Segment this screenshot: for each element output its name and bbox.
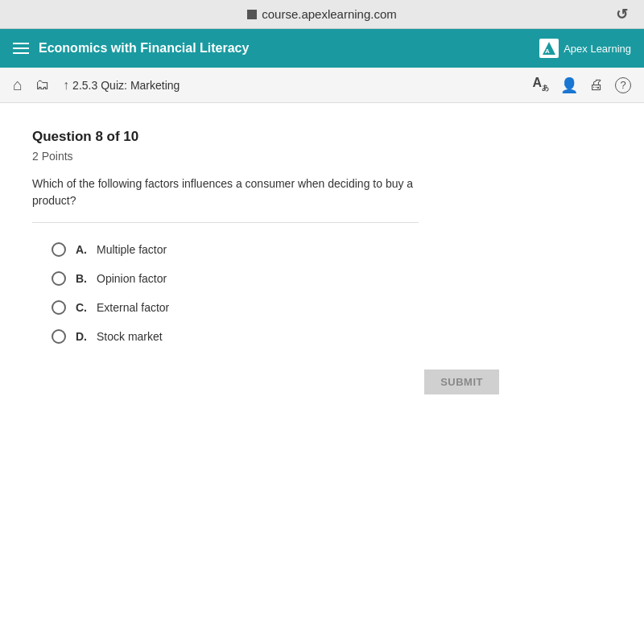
quiz-name: Marketing <box>130 79 180 92</box>
option-c-text: External factor <box>97 301 169 314</box>
quiz-type-label: Quiz: <box>101 79 127 92</box>
browser-bar: course.apexlearning.com ↻ <box>0 0 644 29</box>
nav-bar-right: Aあ 👤 🖨 ? <box>532 76 631 93</box>
help-icon[interactable]: ? <box>615 77 631 93</box>
option-a[interactable]: A. Multiple factor <box>52 242 612 257</box>
option-a-text: Multiple factor <box>97 243 167 256</box>
option-d-text: Stock market <box>97 330 163 343</box>
app-header: Economics with Financial Literacy A Apex… <box>0 29 644 68</box>
radio-c[interactable] <box>52 300 66 315</box>
quiz-number: 2.5.3 <box>72 79 97 92</box>
hamburger-menu-icon[interactable] <box>13 43 29 54</box>
option-b-letter: B. <box>76 272 87 285</box>
header-left: Economics with Financial Literacy <box>13 41 249 56</box>
translate-icon[interactable]: Aあ <box>532 76 549 93</box>
option-a-letter: A. <box>76 243 87 256</box>
app-title: Economics with Financial Literacy <box>39 41 249 56</box>
submit-area: SUBMIT <box>32 369 515 394</box>
apex-logo-svg: A <box>542 41 556 56</box>
option-b[interactable]: B. Opinion factor <box>52 271 612 286</box>
user-icon[interactable]: 👤 <box>560 76 578 94</box>
main-content: Question 8 of 10 2 Points Which of the f… <box>0 103 644 644</box>
submit-button[interactable]: SUBMIT <box>424 369 499 394</box>
radio-b[interactable] <box>52 271 66 286</box>
divider <box>32 222 419 223</box>
url-bar: course.apexlearning.com <box>247 7 397 21</box>
option-b-text: Opinion factor <box>97 272 167 285</box>
nav-bar-left: ⌂ 🗂 ↑ 2.5.3 Quiz: Marketing <box>13 76 180 94</box>
apex-logo: A Apex Learning <box>539 39 631 58</box>
portfolio-icon[interactable]: 🗂 <box>35 76 50 93</box>
page-icon <box>247 10 257 19</box>
option-c-letter: C. <box>76 301 87 314</box>
question-points: 2 Points <box>32 150 612 163</box>
home-icon[interactable]: ⌂ <box>13 76 23 94</box>
apex-logo-icon: A <box>539 39 559 58</box>
radio-d[interactable] <box>52 329 66 344</box>
nav-bar: ⌂ 🗂 ↑ 2.5.3 Quiz: Marketing Aあ 👤 🖨 ? <box>0 68 644 103</box>
print-icon[interactable]: 🖨 <box>589 76 604 93</box>
refresh-icon[interactable]: ↻ <box>616 6 628 23</box>
question-title: Question 8 of 10 <box>32 129 612 145</box>
apex-logo-text: Apex Learning <box>564 43 631 55</box>
radio-a[interactable] <box>52 242 66 257</box>
option-d[interactable]: D. Stock market <box>52 329 612 344</box>
breadcrumb-arrow: ↑ <box>63 78 69 93</box>
svg-text:A: A <box>545 47 550 55</box>
url-text: course.apexlearning.com <box>262 7 397 21</box>
answer-options: A. Multiple factor B. Opinion factor C. … <box>52 242 612 344</box>
breadcrumb: ↑ 2.5.3 Quiz: Marketing <box>63 78 180 93</box>
question-text: Which of the following factors influence… <box>32 175 419 209</box>
option-d-letter: D. <box>76 330 87 343</box>
option-c[interactable]: C. External factor <box>52 300 612 315</box>
